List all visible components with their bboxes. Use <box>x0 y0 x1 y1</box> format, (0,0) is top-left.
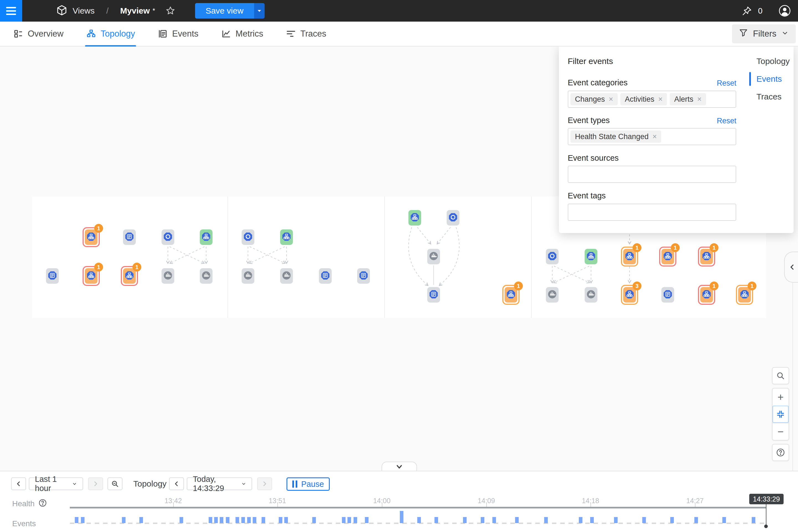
time-range-back-button[interactable] <box>11 477 26 490</box>
topology-node[interactable] <box>280 268 293 284</box>
filter-chip[interactable]: Changes× <box>571 93 618 105</box>
hamburger-menu-button[interactable] <box>0 0 22 22</box>
topology-node[interactable] <box>546 249 558 264</box>
event-bar[interactable] <box>241 517 245 523</box>
zoom-out-button[interactable]: − <box>773 423 788 440</box>
breadcrumb-views[interactable]: Views <box>73 6 94 16</box>
topology-node-selected[interactable]: 1 <box>121 266 138 286</box>
topology-node-selected[interactable]: 1 <box>659 247 676 267</box>
zoom-in-button[interactable]: + <box>773 388 788 406</box>
event-bar[interactable] <box>365 517 368 523</box>
event-bar[interactable] <box>262 517 265 523</box>
event-sources-input[interactable] <box>568 166 736 183</box>
event-bar[interactable] <box>235 517 239 523</box>
event-bar[interactable] <box>544 517 548 523</box>
filter-nav-topology[interactable]: Topology <box>757 57 790 66</box>
snapshot-datetime-dropdown[interactable]: Today, 14:33:29 <box>187 477 252 490</box>
snapshot-forward-button[interactable] <box>257 477 272 490</box>
topology-node[interactable] <box>46 268 59 284</box>
health-help-icon[interactable] <box>38 498 47 509</box>
timeline-zoom-out-button[interactable] <box>108 477 122 490</box>
save-view-button[interactable]: Save view <box>195 3 254 19</box>
event-bar[interactable] <box>670 517 674 523</box>
topology-node[interactable] <box>242 229 254 245</box>
chip-remove-icon[interactable]: × <box>609 95 613 103</box>
user-avatar[interactable] <box>779 5 791 17</box>
topology-node[interactable] <box>661 287 674 303</box>
event-bar[interactable] <box>81 517 84 523</box>
event-bar[interactable] <box>579 517 583 523</box>
event-bar[interactable] <box>515 517 519 523</box>
event-bar[interactable] <box>492 517 496 523</box>
topology-node[interactable] <box>162 268 174 284</box>
event-bar[interactable] <box>614 517 618 523</box>
time-range-forward-button[interactable] <box>88 477 103 490</box>
filter-nav-traces[interactable]: Traces <box>757 92 782 101</box>
favorite-star-icon[interactable] <box>165 5 176 16</box>
event-bar[interactable] <box>354 517 357 523</box>
event-bar[interactable] <box>312 517 316 523</box>
event-bar[interactable] <box>214 517 218 523</box>
event-categories-reset-link[interactable]: Reset <box>717 79 737 88</box>
topology-node-selected[interactable]: 1 <box>621 247 638 267</box>
current-time-dot[interactable] <box>764 525 768 528</box>
event-bar[interactable] <box>463 517 467 523</box>
filter-chip[interactable]: Alerts× <box>670 93 706 105</box>
time-range-dropdown[interactable]: Last 1 hour <box>29 477 83 490</box>
topology-node[interactable] <box>546 287 558 303</box>
pause-button[interactable]: Pause <box>286 477 330 491</box>
event-bar[interactable] <box>279 517 282 523</box>
current-time-badge[interactable]: 14:33:29 <box>749 494 784 504</box>
topology-node-selected[interactable]: 1 <box>82 227 100 247</box>
event-types-reset-link[interactable]: Reset <box>717 117 737 125</box>
topology-node[interactable] <box>242 268 254 284</box>
topology-node-selected[interactable]: 1 <box>698 285 715 305</box>
tab-overview[interactable]: Overview <box>12 21 64 46</box>
search-topology-button[interactable] <box>772 367 789 384</box>
topology-node[interactable] <box>427 287 440 303</box>
event-tags-input[interactable] <box>568 204 736 221</box>
event-bar[interactable] <box>400 511 403 523</box>
topology-canvas[interactable]: 1111111311 Filter events Topology Events… <box>0 46 798 471</box>
health-track[interactable] <box>70 507 766 509</box>
topology-node[interactable] <box>585 287 597 303</box>
topology-node[interactable] <box>200 229 212 245</box>
topology-node-selected[interactable]: 3 <box>621 285 638 305</box>
filter-chip[interactable]: Activities× <box>621 93 667 105</box>
filters-button[interactable]: Filters <box>732 24 796 43</box>
event-bar[interactable] <box>435 517 438 523</box>
snapshot-back-button[interactable] <box>169 477 184 490</box>
event-types-input[interactable]: Health State Changed× <box>568 128 736 145</box>
save-view-dropdown-button[interactable] <box>254 3 265 19</box>
pinned-items-icon[interactable] <box>741 5 753 16</box>
event-bar[interactable] <box>347 517 351 523</box>
topology-node[interactable] <box>357 268 370 284</box>
fit-to-screen-button[interactable] <box>773 406 788 423</box>
expand-right-panel-handle[interactable] <box>784 252 798 283</box>
event-bar[interactable] <box>722 517 726 523</box>
topology-node[interactable] <box>408 210 421 226</box>
event-bar[interactable] <box>247 517 251 523</box>
event-bar[interactable] <box>220 517 223 523</box>
topology-node[interactable] <box>162 229 174 245</box>
tab-metrics[interactable]: Metrics <box>220 21 264 46</box>
topology-node[interactable] <box>123 229 136 245</box>
collapse-timeline-handle[interactable] <box>382 462 417 471</box>
topology-node-selected[interactable]: 1 <box>502 285 519 305</box>
event-bar[interactable] <box>179 517 183 523</box>
chip-remove-icon[interactable]: × <box>697 95 702 103</box>
topology-node-selected[interactable]: 1 <box>698 247 715 267</box>
event-bar[interactable] <box>226 517 229 523</box>
event-bar[interactable] <box>75 517 78 523</box>
topology-node[interactable] <box>585 249 597 264</box>
event-bar[interactable] <box>284 517 288 523</box>
event-bar[interactable] <box>481 517 484 523</box>
topology-node[interactable] <box>280 229 293 245</box>
filter-nav-events[interactable]: Events <box>757 74 782 84</box>
event-categories-input[interactable]: Changes×Activities×Alerts× <box>568 91 736 108</box>
event-bar[interactable] <box>752 517 755 523</box>
topology-node[interactable] <box>427 249 440 264</box>
event-bar[interactable] <box>590 517 594 523</box>
chip-remove-icon[interactable]: × <box>658 95 663 103</box>
event-bar[interactable] <box>122 517 126 523</box>
